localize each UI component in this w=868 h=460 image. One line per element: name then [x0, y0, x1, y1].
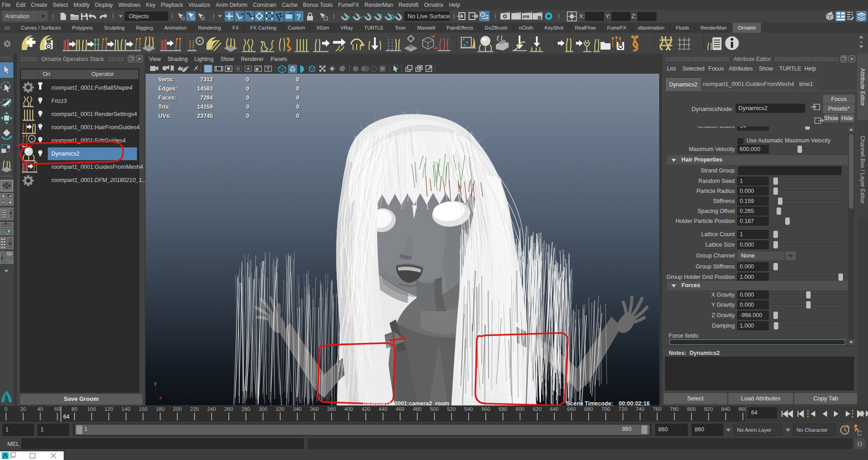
svg-text:280: 280 [242, 406, 250, 412]
svg-text:Y:: Y: [606, 13, 611, 20]
svg-text:480: 480 [413, 406, 422, 412]
svg-text:640: 640 [550, 406, 559, 412]
svg-text:y: y [154, 380, 157, 386]
svg-text:540: 540 [464, 406, 473, 412]
svg-text:660: 660 [567, 406, 576, 412]
svg-text:360: 360 [310, 406, 319, 412]
svg-text:820: 820 [704, 406, 713, 412]
svg-text:40: 40 [37, 406, 43, 412]
svg-text:560: 560 [481, 406, 490, 412]
svg-text:140: 140 [121, 406, 130, 412]
svg-text:860: 860 [738, 406, 746, 412]
svg-text:160: 160 [139, 406, 147, 412]
svg-text:460: 460 [396, 406, 404, 412]
svg-text:500: 500 [430, 406, 439, 412]
svg-text:IPR: IPR [523, 15, 530, 19]
svg-text:380: 380 [327, 406, 336, 412]
svg-text:20: 20 [20, 406, 26, 412]
svg-text:x: x [159, 395, 162, 400]
svg-text:180: 180 [156, 406, 164, 412]
svg-text:300: 300 [258, 406, 267, 412]
svg-text:400: 400 [344, 406, 353, 412]
svg-text:260: 260 [224, 406, 233, 412]
svg-text:760: 760 [653, 406, 661, 412]
svg-text:220: 220 [190, 406, 199, 412]
svg-text:700: 700 [601, 406, 610, 412]
svg-text:No Live Surface: No Live Surface [408, 13, 450, 20]
svg-text:780: 780 [670, 406, 679, 412]
svg-text:Z:: Z: [631, 13, 637, 20]
svg-text:80: 80 [71, 406, 77, 412]
svg-text:420: 420 [362, 406, 370, 412]
svg-text:120: 120 [104, 406, 113, 412]
svg-text:800: 800 [687, 406, 696, 412]
svg-text:840: 840 [722, 406, 730, 412]
svg-text:440: 440 [378, 406, 387, 412]
svg-text:520: 520 [447, 406, 456, 412]
svg-text:740: 740 [636, 406, 644, 412]
svg-text:?: ? [296, 13, 301, 21]
svg-text:100: 100 [87, 406, 96, 412]
svg-text:720: 720 [619, 406, 627, 412]
svg-text:580: 580 [499, 406, 507, 412]
svg-text:680: 680 [584, 406, 593, 412]
svg-text:600: 600 [516, 406, 525, 412]
svg-text:T: T [267, 66, 270, 71]
svg-text:X:: X: [579, 13, 585, 20]
svg-text:620: 620 [533, 406, 541, 412]
svg-text:320: 320 [276, 406, 284, 412]
svg-text:60: 60 [55, 406, 61, 412]
svg-text:200: 200 [173, 406, 182, 412]
svg-text:64: 64 [63, 414, 70, 420]
svg-text:340: 340 [293, 406, 302, 412]
svg-text:0: 0 [5, 406, 7, 412]
svg-text:240: 240 [207, 406, 216, 412]
